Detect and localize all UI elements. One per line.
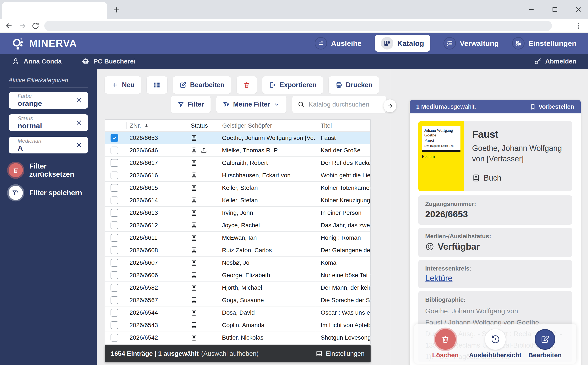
row-checkbox[interactable] bbox=[110, 334, 118, 342]
row-checkbox[interactable] bbox=[110, 209, 118, 217]
check-icon bbox=[112, 135, 117, 141]
row-checkbox[interactable] bbox=[110, 197, 118, 204]
table-row[interactable]: 2026/6542 Butler, Nickolas Shotgun Loves… bbox=[105, 331, 370, 344]
remove-filter-icon[interactable] bbox=[76, 119, 82, 126]
export-button[interactable]: Exportieren bbox=[262, 76, 323, 94]
row-author: Galbraith, Robert bbox=[219, 160, 316, 166]
browser-menu-button[interactable] bbox=[575, 22, 582, 30]
window-minimize-button[interactable] bbox=[528, 6, 535, 13]
active-filter-chip: Status normal bbox=[9, 114, 88, 131]
delete-record-label: Löschen bbox=[432, 351, 458, 359]
book-info: Faust Goethe, Johann Wolfgang von [Verfa… bbox=[464, 121, 572, 191]
sidebar-title: Aktive Filterkategorien bbox=[9, 77, 88, 84]
table-row[interactable]: 2026/6606 George, Elizabeth Nur eine bös… bbox=[105, 269, 370, 281]
export-label: Exportieren bbox=[280, 81, 317, 89]
window-maximize-button[interactable] bbox=[551, 6, 558, 13]
row-checkbox[interactable] bbox=[110, 147, 118, 154]
table-settings-button[interactable]: Einstellungen bbox=[315, 350, 364, 357]
column-header-status[interactable]: Status bbox=[187, 122, 219, 129]
table-row[interactable]: 2026/6567 Goga, Susanne Die Sprache der … bbox=[105, 294, 370, 307]
loan-overview-button[interactable]: Ausleihübersicht bbox=[472, 329, 519, 359]
interest-group-link[interactable]: Lektüre bbox=[425, 274, 452, 283]
table-row[interactable]: 2026/6544 Dosa, David Oscar : Was uns ei… bbox=[105, 307, 370, 319]
barcode-button[interactable] bbox=[147, 76, 167, 94]
chevron-down-icon bbox=[273, 101, 280, 108]
window-close-button[interactable] bbox=[575, 6, 582, 13]
column-header-znr[interactable]: ZNr. bbox=[126, 122, 187, 129]
row-checkbox[interactable] bbox=[110, 159, 118, 167]
table-row[interactable]: 2026/6607 Nesbø, Jo Koma bbox=[105, 257, 370, 269]
row-checkbox[interactable] bbox=[110, 296, 118, 304]
row-checkbox[interactable] bbox=[110, 321, 118, 329]
trash-icon bbox=[435, 329, 456, 350]
table-row[interactable]: 2026/6582 Hjorth, Michael Der Mann, der … bbox=[105, 281, 370, 294]
print-button[interactable]: Drucken bbox=[329, 76, 379, 94]
reset-filters-button[interactable]: Filter zurücksetzen bbox=[9, 162, 88, 178]
edit-record-button[interactable]: Bearbeiten bbox=[521, 329, 569, 359]
save-filter-button[interactable]: Filter speichern bbox=[9, 186, 88, 200]
reserve-button[interactable]: Vorbestellen bbox=[530, 103, 574, 110]
table-row[interactable]: 2026/6616 Hirschhausen, Eckart von Wohin… bbox=[105, 169, 370, 182]
clear-selection-link[interactable]: (Auswahl aufheben) bbox=[201, 350, 259, 357]
nav-item-ausleihe[interactable]: Ausleihe bbox=[315, 37, 362, 49]
table-row[interactable]: 2026/6617 Galbraith, Robert Der Ruf des … bbox=[105, 157, 370, 169]
book-icon bbox=[191, 160, 198, 166]
table-row[interactable]: 2026/6613 Irving, John In einer Person bbox=[105, 207, 370, 219]
field-value: Verfügbar bbox=[425, 241, 565, 252]
collapse-panel-button[interactable] bbox=[383, 99, 396, 112]
filter-button[interactable]: Filter bbox=[171, 96, 211, 113]
row-title: Das Jahr, das zwei Sek bbox=[316, 219, 370, 231]
browser-back-button[interactable] bbox=[5, 21, 13, 30]
delete-record-button[interactable]: Löschen bbox=[422, 329, 469, 359]
table-row[interactable]: 2026/6608 Ruiz Zafón, Carlos Der Gefange… bbox=[105, 244, 370, 257]
back-arrow-icon bbox=[5, 21, 13, 30]
row-checkbox[interactable] bbox=[110, 234, 118, 242]
new-tab-button[interactable] bbox=[112, 5, 121, 15]
table-row[interactable]: 2026/6653 Goethe, Johann Wolfgang von [V… bbox=[105, 132, 370, 144]
browser-tab[interactable] bbox=[2, 2, 107, 19]
browser-reload-button[interactable] bbox=[31, 22, 40, 30]
table-row[interactable]: 2026/6543 Coplin, Amanda Im Licht von Ap… bbox=[105, 319, 370, 331]
field-zugangsnummer: Zugangsnummer: 2026/6653 bbox=[418, 195, 572, 225]
nav-item-einstellungen[interactable]: Einstellungen bbox=[512, 37, 576, 49]
book-icon bbox=[191, 209, 198, 216]
nav-item-verwaltung[interactable]: Verwaltung bbox=[444, 37, 499, 49]
search-input[interactable] bbox=[309, 101, 392, 108]
table-row[interactable]: 2026/6614 Keller, Stefan Kölner Kreuzigu… bbox=[105, 194, 370, 207]
row-checkbox[interactable] bbox=[110, 271, 118, 279]
save-filter-label: Filter speichern bbox=[29, 189, 82, 197]
nav-item-katalog[interactable]: Katalog bbox=[375, 35, 430, 52]
row-checkbox[interactable] bbox=[110, 284, 118, 292]
remove-filter-icon[interactable] bbox=[76, 142, 82, 148]
browser-forward-button[interactable] bbox=[18, 21, 27, 30]
address-bar[interactable] bbox=[44, 21, 552, 31]
table-row[interactable]: 2026/6646 Mielke, Thomas R. P. Karl der … bbox=[105, 144, 370, 157]
row-checkbox[interactable] bbox=[110, 259, 118, 267]
edit-button[interactable]: Bearbeiten bbox=[173, 76, 231, 94]
column-header-title[interactable]: Titel bbox=[316, 122, 370, 129]
new-label: Neu bbox=[122, 81, 135, 89]
field-value: 2026/6653 bbox=[425, 209, 565, 219]
row-checkbox[interactable] bbox=[110, 309, 118, 316]
row-status bbox=[187, 309, 219, 316]
minimize-icon bbox=[528, 6, 535, 13]
logout-button[interactable]: Abmelden bbox=[534, 57, 576, 65]
app-logo: MINERVA bbox=[12, 36, 77, 50]
remove-filter-icon[interactable] bbox=[76, 97, 82, 104]
row-checkbox[interactable] bbox=[110, 246, 118, 254]
filter-value: A bbox=[18, 144, 73, 152]
row-checkbox[interactable] bbox=[110, 134, 118, 142]
table-row[interactable]: 2026/6611 McEwan, Ian Honig : Roman bbox=[105, 232, 370, 244]
row-znr: 2026/6613 bbox=[126, 209, 187, 216]
row-checkbox[interactable] bbox=[110, 221, 118, 229]
row-checkbox[interactable] bbox=[110, 184, 118, 192]
table-row[interactable]: 2026/6612 Joyce, Rachel Das Jahr, das zw… bbox=[105, 219, 370, 232]
new-button[interactable]: Neu bbox=[105, 76, 141, 94]
my-filters-button[interactable]: Meine Filter bbox=[216, 96, 287, 113]
row-author: Dosa, David bbox=[219, 309, 316, 316]
delete-button[interactable] bbox=[237, 76, 257, 94]
row-checkbox[interactable] bbox=[110, 172, 118, 179]
table-row[interactable]: 2026/6615 Keller, Stefan Kölner Totenkar… bbox=[105, 182, 370, 194]
row-znr: 2026/6646 bbox=[126, 147, 187, 154]
column-header-author[interactable]: Geistiger Schöpfer bbox=[219, 122, 316, 129]
